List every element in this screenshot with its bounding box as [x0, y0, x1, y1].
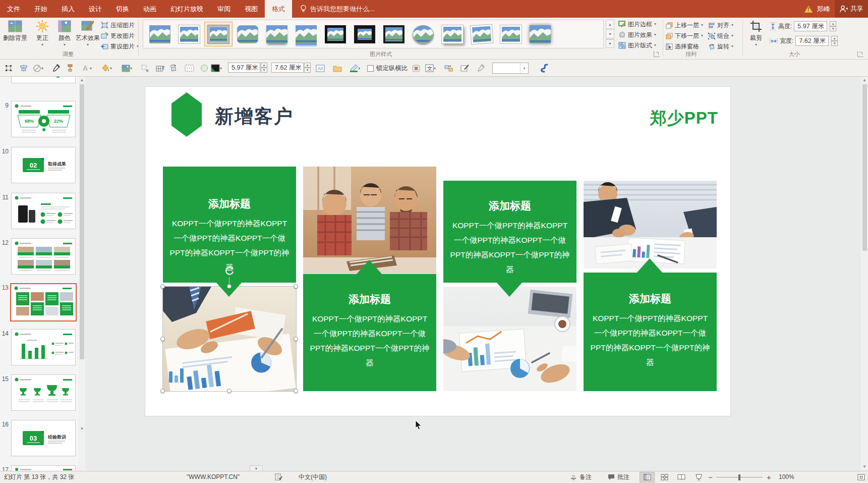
zoom-out-button[interactable]: − [708, 471, 713, 483]
picture-fill-dropdown[interactable]: ▾ [130, 66, 132, 71]
width-spinner-up[interactable]: ▲ [304, 63, 311, 68]
slide-thumbnail-14[interactable] [11, 329, 76, 365]
lock-aspect-checkbox[interactable] [367, 65, 374, 72]
picture-effects-button[interactable]: 图片效果 ▾ [618, 30, 656, 40]
no-fill-dropdown[interactable]: ▾ [41, 66, 43, 71]
delete-x-icon[interactable] [410, 62, 423, 75]
format-painter-icon[interactable] [64, 62, 77, 75]
picture-layout-button[interactable]: 图片版式 ▾ [618, 40, 656, 50]
picture-style-thumbnail[interactable] [292, 22, 320, 46]
tab-format[interactable]: 格式 [265, 0, 292, 18]
selection-handle-e[interactable] [294, 337, 298, 341]
bring-forward-button[interactable]: 上移一层 ▾ [666, 20, 703, 30]
char-style-dropdown[interactable]: ▾ [434, 66, 436, 71]
picture-style-thumbnail[interactable] [497, 22, 525, 46]
hexagon-shape[interactable] [171, 92, 202, 137]
selection-handle-w[interactable] [160, 337, 165, 341]
picture-border-button[interactable]: 图片边框 ▾ [618, 19, 656, 29]
fill-color-dropdown[interactable]: ▾ [220, 66, 222, 71]
width-spinner-down[interactable]: ▼ [304, 68, 311, 73]
selection-handle-ne[interactable] [294, 284, 298, 289]
language-indicator[interactable]: 中文(中国) [299, 471, 327, 483]
compress-pictures-button[interactable]: 压缩图片 [101, 20, 135, 30]
eyedropper-light-icon[interactable] [474, 62, 487, 75]
change-picture-button[interactable]: 更改图片 [101, 31, 135, 41]
photo-hands-analysis[interactable] [443, 287, 576, 391]
photo-office-meeting[interactable] [584, 181, 717, 269]
picture-style-thumbnail[interactable] [526, 22, 554, 46]
corrections-dropdown[interactable]: ▾ [41, 43, 43, 47]
style-combobox[interactable]: ▾ [492, 63, 529, 74]
tab-transitions[interactable]: 切换 [109, 0, 136, 18]
text-card-1[interactable]: 添加标题 KOPPT一个做PPT的神器KOPPT一个做PPT的神器KOPPT一个… [163, 167, 296, 283]
slide-thumbnail-8-partial[interactable] [11, 77, 76, 83]
align-dropdown[interactable]: ▾ [731, 23, 733, 27]
canvas-scroll-up-button[interactable]: ▲ [861, 77, 868, 83]
normal-view-button[interactable] [640, 472, 655, 482]
height-spinner-down[interactable]: ▼ [261, 68, 267, 73]
canvas-scroll-down-button[interactable]: ▼ [861, 463, 868, 470]
slide-thumbnail-12[interactable] [11, 238, 76, 275]
selection-handle-s[interactable] [227, 389, 232, 393]
crop-button[interactable]: 裁剪 ▾ [745, 19, 767, 47]
text-card-3[interactable]: 添加标题 KOPPT一个做PPT的神器KOPPT一个做PPT的神器KOPPT一个… [443, 181, 576, 283]
send-backward-dropdown[interactable]: ▾ [701, 34, 703, 38]
brand-logo[interactable]: 郑少PPT [650, 107, 718, 130]
picture-style-thumbnail[interactable] [263, 22, 291, 46]
width-up-button[interactable]: ▲ [831, 36, 838, 41]
slide-thumbnail-13-selected[interactable] [10, 283, 77, 321]
tab-insert[interactable]: 插入 [54, 0, 82, 18]
group-dropdown[interactable]: ▾ [731, 34, 733, 38]
tab-slideshow[interactable]: 幻灯片放映 [163, 0, 210, 18]
reading-view-button[interactable] [674, 472, 689, 482]
comments-button[interactable]: 批注 [608, 471, 629, 483]
slide-thumbnail-15[interactable] [11, 374, 76, 411]
edit-points-icon[interactable] [2, 62, 15, 75]
text-card-2[interactable]: 添加标题 KOPPT一个做PPT的神器KOPPT一个做PPT的神器KOPPT一个… [303, 274, 436, 391]
table-rows-icon[interactable] [153, 62, 166, 75]
color-button[interactable]: 颜色 ▾ [54, 19, 75, 47]
selection-handle-nw[interactable] [160, 284, 165, 289]
canvas-scrollbar-thumb[interactable] [862, 84, 867, 251]
thumbnail-scrollbar[interactable]: ▲ ▼ [79, 77, 85, 471]
artistic-effects-button[interactable]: 艺术效果 ▾ [76, 19, 100, 47]
crop-dropdown[interactable]: ▾ [755, 43, 757, 47]
tab-design[interactable]: 设计 [82, 0, 109, 18]
group-button[interactable]: 组合 ▾ [708, 31, 733, 41]
zoom-in-button[interactable]: + [767, 471, 771, 483]
picture-style-thumbnail[interactable] [467, 21, 496, 47]
slide-counter[interactable]: 幻灯片 第 13 张，共 32 张 [4, 471, 74, 483]
position-size-icon[interactable] [138, 62, 151, 75]
folder-icon[interactable] [331, 62, 344, 75]
height-input[interactable]: 5.97 厘米 [794, 21, 827, 31]
slide-sorter-view-button[interactable] [657, 472, 672, 482]
slide-title[interactable]: 新增客户 [215, 104, 294, 129]
slide-thumbnail-11[interactable] [11, 193, 76, 229]
selection-handle-se[interactable] [294, 389, 298, 393]
photo-happy-team[interactable] [303, 167, 436, 274]
size-dialog-launcher[interactable] [857, 51, 863, 57]
gallery-more-button[interactable]: ▾ [606, 39, 614, 48]
thumbnail-scroll-up-button[interactable]: ▲ [79, 77, 85, 83]
tab-view[interactable]: 视图 [238, 0, 265, 18]
zoom-slider-thumb[interactable] [738, 474, 740, 480]
fit-to-window-button[interactable] [853, 472, 868, 482]
align-distribute-icon[interactable] [17, 62, 30, 75]
shape-fill-dropdown[interactable]: ▾ [110, 66, 112, 71]
picture-style-thumbnail[interactable] [351, 22, 379, 46]
curve-tool-icon[interactable] [538, 62, 551, 75]
pane-scroll-down-button[interactable]: ▼ [250, 465, 263, 471]
selection-handle-sw[interactable] [160, 389, 165, 393]
font-color-dropdown[interactable]: ▾ [90, 66, 92, 71]
slide-thumbnail-16[interactable]: 03经验教训 [11, 420, 76, 456]
gallery-scroll-up-button[interactable]: ▴ [606, 20, 614, 29]
remove-background-button[interactable]: 删除背景 [1, 19, 29, 42]
picture-style-thumbnail[interactable] [409, 22, 437, 46]
reset-picture-button[interactable]: 重设图片 ▾ [101, 41, 139, 51]
slide-canvas[interactable]: 新增客户 郑少PPT 添加标题 KOPPT一个做PPT的神器KOPPT一个做PP… [85, 77, 860, 471]
bring-forward-dropdown[interactable]: ▾ [701, 23, 703, 27]
picture-layout-dropdown[interactable]: ▾ [654, 43, 656, 47]
height-spinner-up[interactable]: ▲ [261, 63, 267, 68]
lock-aspect-ratio[interactable]: 锁定纵横比 [367, 64, 408, 73]
tab-home[interactable]: 开始 [27, 0, 54, 18]
